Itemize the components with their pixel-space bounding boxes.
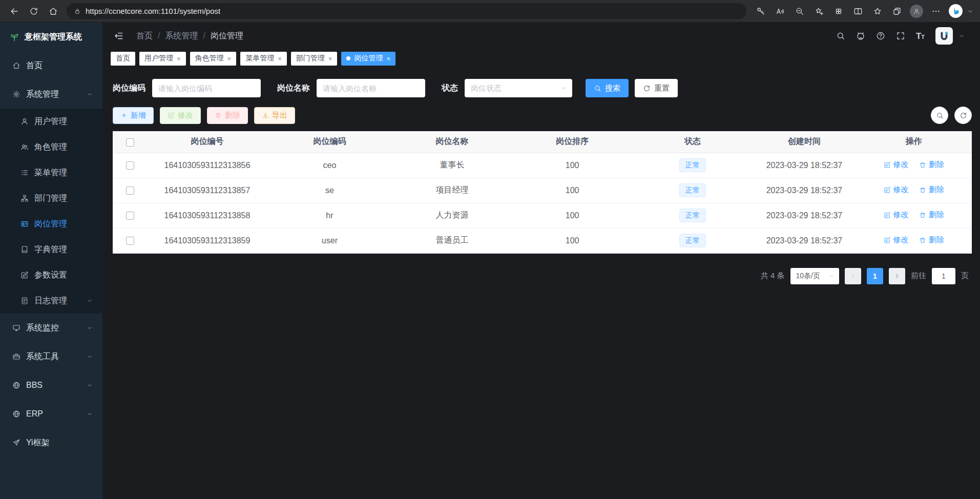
prev-page-button[interactable] — [845, 268, 861, 284]
tab-menus[interactable]: 菜单管理 × — [240, 52, 287, 66]
close-icon[interactable]: × — [278, 55, 282, 62]
sidebar-toggle[interactable] — [110, 27, 128, 45]
close-icon[interactable]: × — [227, 55, 232, 62]
sidebar-item-users[interactable]: 用户管理 — [0, 109, 102, 134]
reset-button-label: 重置 — [654, 84, 670, 93]
fold-icon — [114, 31, 124, 41]
copilot-dropdown[interactable] — [966, 3, 975, 20]
favorites-button[interactable] — [868, 3, 887, 20]
close-icon[interactable]: × — [177, 55, 181, 62]
add-favorite-button[interactable] — [810, 3, 828, 20]
font-size-button[interactable]: TT — [916, 32, 925, 40]
globe-icon — [12, 410, 20, 418]
table-row[interactable]: 1641030593112313857 se 项目经理 100 正常 2023-… — [113, 178, 972, 203]
delete-icon — [919, 237, 926, 244]
row-checkbox[interactable] — [126, 237, 134, 245]
search-button[interactable]: 搜索 — [586, 79, 629, 97]
close-icon[interactable]: × — [386, 55, 390, 62]
zoom-out-button[interactable] — [790, 3, 809, 20]
help-button[interactable] — [876, 31, 885, 40]
page-number-button[interactable]: 1 — [867, 268, 883, 284]
profile-button[interactable] — [907, 3, 926, 20]
row-checkbox[interactable] — [126, 212, 134, 220]
tab-label: 首页 — [116, 54, 130, 63]
page-unit-label: 页 — [961, 271, 969, 281]
next-page-button[interactable] — [889, 268, 905, 284]
sidebar-item-roles[interactable]: 角色管理 — [0, 134, 102, 160]
user-menu-caret[interactable] — [958, 33, 965, 39]
tab-roles[interactable]: 角色管理 × — [190, 52, 237, 66]
extensions-button[interactable] — [829, 3, 848, 20]
sidebar-nav: 首页 系统管理 用户管理 角色管理 菜单管理 — [0, 51, 102, 457]
read-aloud-button[interactable] — [771, 3, 789, 20]
sidebar-item-tools[interactable]: 系统工具 — [0, 342, 102, 371]
sidebar-item-departments[interactable]: 部门管理 — [0, 185, 102, 211]
copilot-button[interactable] — [946, 3, 965, 20]
browser-more-button[interactable] — [927, 3, 945, 20]
reset-button[interactable]: 重置 — [635, 79, 678, 97]
sidebar-item-parameters[interactable]: 参数设置 — [0, 262, 102, 288]
sidebar-item-bbs[interactable]: BBS — [0, 371, 102, 400]
sidebar-item-erp[interactable]: ERP — [0, 400, 102, 428]
header-search-button[interactable] — [836, 31, 845, 40]
sidebar: 意框架管理系统 首页 系统管理 用户管理 角色管理 — [0, 23, 102, 499]
export-button[interactable]: 导出 — [254, 107, 295, 124]
goto-page-input[interactable] — [932, 268, 955, 284]
breadcrumb-system[interactable]: 系统管理 — [165, 31, 198, 41]
sidebar-item-posts[interactable]: 岗位管理 — [0, 211, 102, 237]
row-delete-button[interactable]: 删除 — [919, 185, 944, 195]
sidebar-item-dictionary[interactable]: 字典管理 — [0, 237, 102, 262]
tab-home[interactable]: 首页 — [111, 52, 135, 66]
sidebar-item-monitor[interactable]: 系统监控 — [0, 314, 102, 342]
caret-down-icon — [958, 33, 965, 39]
sidebar-item-yi-framework[interactable]: Yi框架 — [0, 428, 102, 457]
tab-departments[interactable]: 部门管理 × — [291, 52, 338, 66]
sidebar-item-home[interactable]: 首页 — [0, 51, 102, 80]
page-size-select[interactable]: 10条/页 — [790, 268, 839, 284]
browser-home-button[interactable] — [44, 3, 62, 20]
table-row[interactable]: 1641030593112313859 user 普通员工 100 正常 202… — [113, 228, 972, 253]
row-edit-button[interactable]: 修改 — [884, 185, 909, 195]
close-icon[interactable]: × — [328, 55, 332, 62]
sidebar-item-label: 系统监控 — [26, 323, 59, 334]
show-search-button[interactable] — [931, 107, 948, 124]
select-all-checkbox[interactable] — [126, 138, 134, 147]
sidebar-item-menus[interactable]: 菜单管理 — [0, 160, 102, 185]
edit-button[interactable]: 修改 — [160, 107, 201, 124]
row-checkbox[interactable] — [126, 186, 134, 195]
address-bar[interactable]: https://ccnetcore.com:1101/system/post — [67, 3, 746, 19]
row-checkbox[interactable] — [126, 161, 134, 170]
reload-button[interactable] — [25, 3, 43, 20]
post-code-input[interactable] — [152, 79, 261, 97]
row-edit-button[interactable]: 修改 — [884, 210, 909, 220]
avatar[interactable] — [935, 27, 953, 45]
sidebar-item-system[interactable]: 系统管理 — [0, 80, 102, 109]
tab-posts[interactable]: 岗位管理 × — [341, 52, 395, 66]
delete-button[interactable]: 删除 — [207, 107, 248, 124]
collections-button[interactable] — [888, 3, 906, 20]
back-button[interactable] — [5, 3, 24, 20]
sidebar-item-logs[interactable]: 日志管理 — [0, 288, 102, 314]
split-screen-button[interactable] — [849, 3, 867, 20]
fullscreen-button[interactable] — [896, 31, 905, 40]
github-button[interactable] — [856, 31, 865, 40]
breadcrumb-separator: / — [203, 31, 205, 40]
post-name-input[interactable] — [317, 79, 425, 97]
search-icon — [936, 112, 944, 119]
cell-post-sort: 100 — [512, 203, 633, 228]
post-icon — [20, 220, 29, 228]
status-select[interactable]: 岗位状态 — [465, 79, 572, 97]
row-delete-button[interactable]: 删除 — [919, 210, 944, 220]
row-edit-button[interactable]: 修改 — [884, 235, 909, 245]
refresh-table-button[interactable] — [954, 107, 972, 124]
row-edit-button[interactable]: 修改 — [884, 160, 909, 170]
breadcrumb-home[interactable]: 首页 — [136, 31, 153, 41]
row-delete-button[interactable]: 删除 — [919, 160, 944, 170]
tab-users[interactable]: 用户管理 × — [139, 52, 186, 66]
password-key-button[interactable] — [752, 3, 770, 20]
table-row[interactable]: 1641030593112313858 hr 人力资源 100 正常 2023-… — [113, 203, 972, 228]
breadcrumb-current: 岗位管理 — [211, 31, 243, 41]
add-button[interactable]: 新增 — [113, 107, 154, 124]
table-row[interactable]: 1641030593112313856 ceo 董事长 100 正常 2023-… — [113, 153, 972, 178]
row-delete-button[interactable]: 删除 — [919, 235, 944, 245]
